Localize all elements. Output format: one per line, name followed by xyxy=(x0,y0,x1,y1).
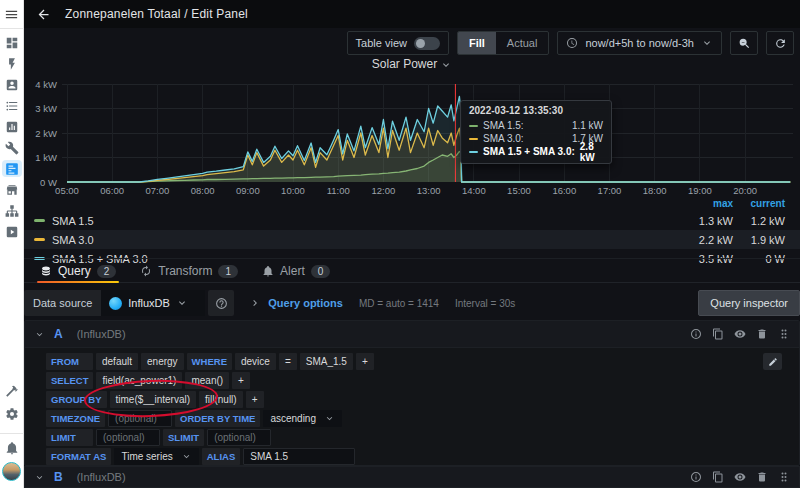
table-view-label: Table view xyxy=(356,37,407,49)
query-part-chip[interactable]: mean() xyxy=(185,372,229,389)
datasource-label: Data source xyxy=(24,290,101,316)
sidebar-item-view-dashboard-icon[interactable] xyxy=(2,34,22,51)
query-keyword-where: WHERE xyxy=(187,353,232,370)
query-row: FROMdefaultenergyWHEREdevice=SMA_1.5+ xyxy=(46,353,789,370)
table-view-toggle[interactable]: Table view xyxy=(347,31,449,55)
query-ref-b: B xyxy=(54,470,63,484)
tooltip-series-value: 2.8 kW xyxy=(580,141,603,163)
panel-toolbar: Table view Fill Actual now/d+5h to now/d… xyxy=(347,31,794,55)
info-circle-icon[interactable] xyxy=(690,328,702,340)
info-circle-icon[interactable] xyxy=(690,471,702,483)
sidebar-item-hammer-icon[interactable] xyxy=(2,382,22,399)
tab-query[interactable]: Query2 xyxy=(30,260,126,282)
query-row: GROUP BYtime($__interval)fill(null)+ xyxy=(46,391,789,408)
refresh-button[interactable] xyxy=(766,31,794,55)
toggle-switch[interactable] xyxy=(414,37,440,50)
eye-icon[interactable] xyxy=(734,328,746,340)
sidebar-item-format-list-icon[interactable] xyxy=(2,97,22,114)
zoom-out-button[interactable] xyxy=(730,31,758,55)
optional-input[interactable] xyxy=(207,429,271,446)
duplicate-icon[interactable] xyxy=(712,471,724,483)
alias-input[interactable] xyxy=(243,448,355,465)
sidebar-item-sitemap-icon[interactable] xyxy=(2,202,22,219)
optional-input[interactable] xyxy=(108,410,172,427)
tab-transform[interactable]: Transform1 xyxy=(130,260,248,282)
query-a-header[interactable]: A (InfluxDB) xyxy=(25,321,799,348)
trash-icon[interactable] xyxy=(756,328,768,340)
tab-alert[interactable]: Alert0 xyxy=(252,260,340,282)
notifications-bell-icon[interactable] xyxy=(2,439,22,456)
legend-row[interactable]: SMA 3.02.2 kW1.9 kW xyxy=(24,230,800,249)
dropdown-select[interactable]: ascending xyxy=(263,410,342,427)
tooltip-series-name: SMA 3.0: xyxy=(483,133,567,144)
query-part-chip[interactable]: energy xyxy=(141,353,184,370)
chevron-down-icon xyxy=(440,59,452,71)
query-row: FORMAT ASTime seriesALIAS xyxy=(46,448,789,465)
grafana-edit-panel-screen: Zonnepanelen Totaal / Edit Panel Table v… xyxy=(0,0,800,488)
query-part-chip[interactable]: field(ac_power1) xyxy=(96,372,182,389)
sidebar-item-account-box-icon[interactable] xyxy=(2,76,22,93)
legend-series-max: 1.3 kW xyxy=(685,215,733,227)
legend-series-max: 2.2 kW xyxy=(685,234,733,246)
panel-title[interactable]: Solar Power xyxy=(24,57,800,71)
time-series-chart[interactable]: 0 W1 kW2 kW3 kW4 kW05:0006:0007:0008:000… xyxy=(24,58,800,198)
query-options-expander[interactable]: Query options xyxy=(249,297,343,309)
query-part-chip[interactable]: fill(null) xyxy=(199,391,243,408)
add-part-button[interactable]: + xyxy=(232,372,250,389)
sidebar-item-chart-timeline-icon[interactable] xyxy=(2,160,22,177)
sidebar-item-lightning-bolt-icon[interactable] xyxy=(2,55,22,72)
query-part-chip[interactable]: device xyxy=(235,353,276,370)
database-icon xyxy=(40,265,52,277)
fill-button[interactable]: Fill xyxy=(458,32,496,54)
svg-text:08:00: 08:00 xyxy=(191,185,215,196)
query-keyword-order-by-time: ORDER BY TIME xyxy=(175,410,260,427)
chart-canvas[interactable]: 0 W1 kW2 kW3 kW4 kW05:0006:0007:0008:000… xyxy=(24,58,800,198)
sidebar-item-store-icon[interactable] xyxy=(2,181,22,198)
legend-series-name[interactable]: SMA 3.0 xyxy=(52,234,685,246)
query-ref-a: A xyxy=(54,327,63,341)
chevron-down-icon[interactable] xyxy=(34,472,45,483)
sidebar-item-play-box-icon[interactable] xyxy=(2,223,22,240)
legend-series-name[interactable]: SMA 1.5 xyxy=(52,215,685,227)
back-arrow-icon[interactable] xyxy=(36,7,51,22)
query-part-chip[interactable]: SMA_1.5 xyxy=(300,353,353,370)
query-part-chip[interactable]: default xyxy=(96,353,138,370)
query-editor-b[interactable]: B (InfluxDB) xyxy=(24,466,800,488)
drag-handle-icon[interactable] xyxy=(778,328,790,340)
actual-button[interactable]: Actual xyxy=(496,32,549,54)
sidebar-item-cog-icon[interactable] xyxy=(2,405,22,422)
tab-label: Transform xyxy=(158,264,212,278)
duplicate-icon[interactable] xyxy=(712,328,724,340)
sidebar-item-chart-box-icon[interactable] xyxy=(2,118,22,135)
sidebar-item-wrench-icon[interactable] xyxy=(2,139,22,156)
query-part-chip[interactable]: time($__interval) xyxy=(110,391,196,408)
eye-icon[interactable] xyxy=(734,471,746,483)
query-editor-a: A (InfluxDB) FROMdefaultenergyWHEREdevic… xyxy=(24,320,800,466)
svg-text:06:00: 06:00 xyxy=(100,185,124,196)
legend-col-current[interactable]: current xyxy=(733,198,785,211)
dropdown-select[interactable]: Time series xyxy=(114,448,198,465)
series-color-swatch xyxy=(34,219,45,222)
svg-text:20:00: 20:00 xyxy=(733,185,757,196)
legend-row[interactable]: SMA 1.51.3 kW1.2 kW xyxy=(24,211,800,230)
app-sidebar xyxy=(0,0,24,488)
sidebar-divider xyxy=(0,433,24,434)
time-range-picker[interactable]: now/d+5h to now/d-3h xyxy=(557,31,722,55)
user-avatar[interactable] xyxy=(2,462,21,481)
optional-input[interactable] xyxy=(96,429,160,446)
legend-col-max[interactable]: max xyxy=(685,198,733,211)
menu-icon[interactable] xyxy=(4,7,19,22)
trash-icon[interactable] xyxy=(756,471,768,483)
add-part-button[interactable]: + xyxy=(246,391,264,408)
drag-handle-icon[interactable] xyxy=(778,471,790,483)
series-color-swatch xyxy=(469,138,478,140)
add-part-button[interactable]: + xyxy=(356,353,374,370)
query-inspector-button[interactable]: Query inspector xyxy=(698,290,800,316)
chevron-down-icon[interactable] xyxy=(34,329,45,340)
query-part-chip[interactable]: = xyxy=(279,353,297,370)
datasource-select[interactable]: InfluxDB xyxy=(101,290,205,316)
svg-text:18:00: 18:00 xyxy=(643,185,667,196)
time-range-text: now/d+5h to now/d-3h xyxy=(585,37,694,49)
toggle-text-edit-mode-button[interactable] xyxy=(763,353,782,370)
datasource-help-button[interactable] xyxy=(208,290,234,316)
